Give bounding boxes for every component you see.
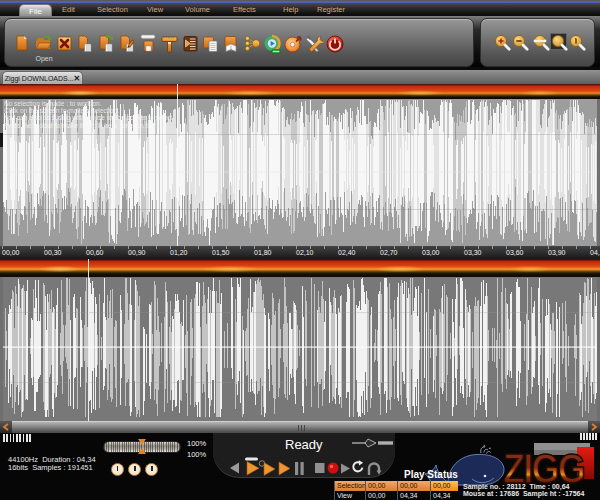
svg-text:ZIGG: ZIGG: [503, 450, 584, 487]
